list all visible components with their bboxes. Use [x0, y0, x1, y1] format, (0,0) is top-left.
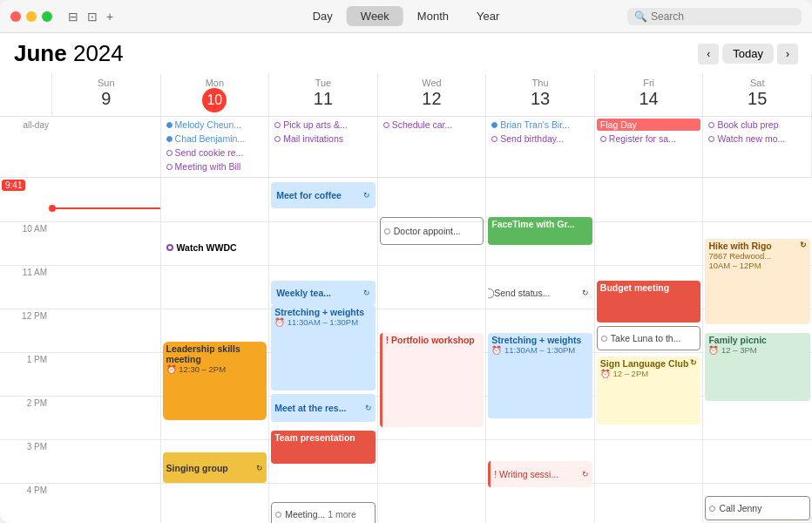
time-slot-4pm: 4 PM — [0, 483, 52, 523]
event-meet-res-tue[interactable]: Meet at the res... ↻ — [271, 394, 376, 422]
all-day-event[interactable]: Mail invitations — [271, 132, 376, 145]
scroll-area[interactable]: 9:41 10 AM 11 AM 12 PM 1 PM 2 PM 3 PM 4 … — [0, 178, 812, 523]
event-call-jenny[interactable]: Call Jenny — [705, 496, 810, 520]
event-dot — [709, 506, 715, 512]
prev-arrow[interactable]: ‹ — [698, 44, 719, 65]
all-day-event-meeting-bill[interactable]: Meeting with Bill — [163, 160, 267, 173]
time-slot-11am: 11 AM — [0, 265, 52, 309]
hour-block — [378, 483, 486, 523]
time-slot-10am: 10 AM — [0, 221, 52, 265]
all-day-event[interactable]: Brian Tran's Bir... — [488, 119, 592, 131]
event-portfolio-workshop[interactable]: ! Portfolio workshop — [380, 333, 484, 427]
all-day-sun — [52, 117, 161, 177]
all-day-event[interactable]: Register for sa... — [597, 132, 701, 145]
hour-block — [52, 221, 160, 265]
event-facetime[interactable]: FaceTime with Gr... — [488, 217, 592, 245]
all-day-event-book-club[interactable]: Book club prep — [705, 119, 809, 131]
event-meet-coffee[interactable]: Meet for coffee ↻ — [271, 182, 376, 208]
all-day-wed: Schedule car... — [378, 117, 487, 177]
today-button[interactable]: Today — [722, 44, 774, 64]
event-leadership[interactable]: Leadership skills meeting ⏰ 12:30 – 2PM — [163, 342, 267, 420]
hour-block — [595, 221, 703, 265]
all-day-event[interactable]: Chad Benjamin... — [163, 132, 267, 145]
repeat-icon: ↻ — [582, 470, 589, 479]
event-watch-wwdc[interactable]: Watch WWDC — [163, 232, 267, 262]
calendar-window: ⊟ ⊡ + Day Week Month Year 🔍 June 2024 ‹ … — [0, 0, 812, 523]
next-arrow[interactable]: › — [777, 44, 798, 65]
all-day-event[interactable]: Schedule car... — [380, 119, 484, 131]
tab-day[interactable]: Day — [299, 6, 347, 26]
search-bar[interactable]: 🔍 — [627, 8, 802, 25]
event-dot — [166, 164, 173, 170]
event-stretching-tue[interactable]: Stretching + weights ⏰ 11:30AM – 1:30PM — [271, 305, 376, 391]
event-dot — [275, 512, 281, 518]
event-team-presentation[interactable]: Team presentation — [271, 431, 376, 464]
event-meeting-more[interactable]: Meeting... 1 more — [271, 502, 376, 523]
day-col-mon: Watch WWDC Leadership skills meeting ⏰ 1… — [161, 178, 270, 523]
tab-week[interactable]: Week — [347, 6, 403, 26]
hour-block — [52, 265, 160, 309]
all-day-sat: Book club prep Watch new mo... — [703, 117, 812, 177]
event-weekly-tea[interactable]: Weekly tea... ↻ — [271, 281, 376, 305]
time-labels: 9:41 10 AM 11 AM 12 PM 1 PM 2 PM 3 PM 4 … — [0, 178, 52, 523]
all-day-event[interactable]: Send cookie re... — [163, 146, 267, 159]
event-budget-meeting[interactable]: Budget meeting — [597, 281, 701, 323]
day-col-tue: Meet for coffee ↻ Weekly tea... ↻ Stretc… — [269, 178, 378, 523]
traffic-lights — [10, 11, 52, 22]
time-slot-3pm: 3 PM — [0, 439, 52, 483]
sidebar-icon[interactable]: ⊟ — [68, 10, 78, 24]
tab-month[interactable]: Month — [403, 6, 463, 26]
event-stretching-thu[interactable]: Stretching + weights ⏰ 11:30AM – 1:30PM — [488, 333, 592, 418]
all-day-event[interactable]: Send birthday... — [488, 132, 592, 145]
event-singing-group[interactable]: Singing group ↻ — [163, 452, 267, 483]
event-doctor[interactable]: Doctor appoint... — [380, 217, 484, 245]
repeat-icon: ↻ — [363, 289, 370, 297]
maximize-button[interactable] — [42, 11, 52, 22]
event-dot — [708, 122, 714, 128]
event-take-luna[interactable]: Take Luna to th... — [597, 326, 701, 350]
event-writing-session[interactable]: ! Writing sessi... ↻ — [488, 461, 592, 487]
hour-block — [378, 178, 486, 221]
all-day-event-flag-day[interactable]: Flag Day — [597, 119, 701, 131]
event-family-picnic[interactable]: Family picnic ⏰ 12 – 3PM — [705, 333, 810, 401]
all-day-event[interactable]: Watch new mo... — [705, 132, 809, 145]
day-header-mon: Mon 10 — [161, 74, 270, 116]
time-gutter-header — [0, 74, 52, 116]
toolbar-icons: ⊟ ⊡ + — [68, 10, 113, 24]
event-dot — [274, 122, 281, 128]
add-icon[interactable]: + — [106, 10, 113, 24]
event-dot — [274, 136, 281, 142]
all-day-row: all-day Melody Cheun... Chad Benjamin...… — [0, 117, 812, 178]
close-button[interactable] — [10, 11, 21, 22]
day-col-thu: FaceTime with Gr... ⃝ Send status... ↻ S… — [486, 178, 595, 523]
nav-arrows: ‹ Today › — [698, 44, 798, 65]
hour-block — [52, 352, 160, 396]
event-sign-language[interactable]: Sign Language Club ↻ ⏰ 12 – 2PM — [597, 357, 701, 425]
hour-block — [52, 483, 160, 523]
day-header-tue: Tue 11 — [269, 74, 378, 116]
tab-year[interactable]: Year — [463, 6, 513, 26]
minimize-button[interactable] — [26, 11, 37, 22]
hour-block — [161, 178, 269, 221]
hour-block — [269, 221, 377, 265]
repeat-icon: ↻ — [256, 464, 263, 472]
event-send-status[interactable]: ⃝ Send status... ↻ — [488, 281, 592, 305]
day-col-fri: Budget meeting Take Luna to th... Sign L… — [595, 178, 704, 523]
all-day-event-pickup-arts[interactable]: Pick up arts &... — [271, 119, 376, 131]
event-dot — [491, 136, 497, 142]
event-hike-rigo[interactable]: Hike with Rigo ↻ 7867 Redwood... 10AM – … — [705, 239, 810, 324]
event-icon — [166, 244, 173, 251]
day-col-sun — [52, 178, 161, 523]
day-col-sat: Hike with Rigo ↻ 7867 Redwood... 10AM – … — [703, 178, 812, 523]
all-day-label: all-day — [0, 117, 52, 177]
hour-block — [486, 483, 594, 523]
repeat-icon: ↻ — [365, 404, 372, 412]
repeat-icon: ↻ — [690, 358, 697, 369]
calendar-header: June 2024 ‹ Today › — [0, 33, 812, 74]
hour-block — [161, 265, 269, 309]
inbox-icon[interactable]: ⊡ — [87, 10, 98, 24]
all-day-event[interactable]: Melody Cheun... — [163, 119, 267, 131]
search-input[interactable] — [651, 10, 782, 23]
event-dot — [383, 122, 389, 128]
hour-block — [703, 439, 812, 483]
